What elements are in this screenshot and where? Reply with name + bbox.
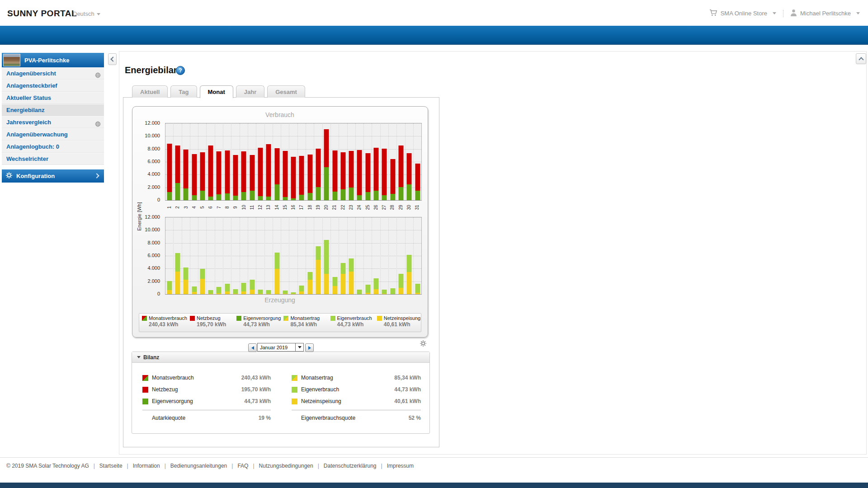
language-selector[interactable]: Deutsch [73,10,100,17]
legend-item-eigenverbrauch[interactable]: Eigenverbrauch44,73 kWh [328,315,374,332]
bar-segment-eigenverbrauch [233,289,238,294]
day-slot-2 [173,123,181,200]
x-tick-label: 10 [239,201,247,214]
stacked-bar-day-17 [299,156,304,200]
x-tick-label: 9 [231,201,239,214]
x-tick-label: 22 [339,201,347,214]
footer-link-bedienungsanleitungen[interactable]: Bedienungsanleitungen [170,463,227,469]
y-tick-label: 12.000 [135,120,160,126]
x-tick-label: 1 [165,201,173,214]
sidebar-item-label: Anlagenüberwachung [6,131,68,138]
legend-item-netzeinspeisung[interactable]: Netzeinspeisung40,61 kWh [374,315,421,332]
help-icon[interactable]: ? [176,66,185,75]
bar-segment-eigenversorgung [192,195,197,200]
footer-link-faq[interactable]: FAQ [237,463,248,469]
bilanz-quote-autarkiequote: Autarkiequote19 % [142,410,271,426]
eigenversorgung-swatch [236,316,241,321]
bilanz-panel: Bilanz Monatsverbrauch240,43 kWhNetzbezu… [132,352,430,434]
legend-item-monatsertrag[interactable]: Monatsertrag85,34 kWh [281,315,327,332]
top-bar: SUNNY PORTAL Deutsch SMA Online Store Mi… [0,0,868,26]
day-slot-20 [322,123,330,200]
bar-segment-eigenverbrauch [357,290,362,294]
dropdown-arrow [295,343,303,351]
tab-tag[interactable]: Tag [170,85,197,98]
collapse-sidebar-button[interactable] [108,53,117,65]
footer-link-impressum[interactable]: Impressum [387,463,414,469]
bar-segment-netzbezug [357,150,362,196]
sidebar-item-konfiguration[interactable]: Konfiguration [2,169,104,183]
plant-header[interactable]: PVA-Perlitschke [2,53,104,67]
sidebar-item-anlagenlogbuch-0[interactable]: Anlagenlogbuch: 0 [2,141,104,153]
bar-segment-eigenversorgung [250,191,255,200]
tab-aktuell[interactable]: Aktuell [132,85,168,98]
chart-settings-gear-icon[interactable] [420,340,427,347]
x-tick-label: 30 [405,201,413,214]
month-select[interactable]: Januar 2019 [257,343,304,352]
previous-month-button[interactable] [248,343,257,352]
tab-gesamt[interactable]: Gesamt [267,85,305,98]
bilanz-header[interactable]: Bilanz [132,352,429,363]
y-tick-label: 6.000 [135,159,160,164]
legend-item-netzbezug[interactable]: Netzbezug195,70 kWh [187,315,234,332]
bilanz-row-monatsertrag: Monatsertrag85,34 kWh [292,372,421,384]
sidebar-item-label: Jahresvergleich [6,119,51,126]
day-slot-11 [248,123,256,200]
y-tick-label: 8.000 [135,146,160,151]
legend-value: 44,73 kWh [243,321,281,328]
legend-label: Netzeinspeisung [384,315,420,321]
stacked-bar-day-29 [398,274,403,294]
x-tick-label: 21 [330,201,338,214]
tab-jahr[interactable]: Jahr [236,85,264,98]
day-slot-29 [396,123,405,200]
bar-segment-eigenversorgung [349,188,354,200]
scroll-top-button[interactable] [856,53,866,64]
bar-segment-eigenversorgung [390,194,395,200]
sidebar-item-aktueller-status[interactable]: Aktueller Status [2,92,104,104]
next-month-button[interactable] [305,343,314,352]
x-tick-label: 29 [396,201,404,214]
stacked-bar-day-28 [390,159,395,200]
bar-segment-eigenverbrauch [250,280,255,290]
bar-segment-netzbezug [415,164,420,191]
stacked-bar-day-14 [274,253,279,294]
sidebar-item-jahresvergleich[interactable]: Jahresvergleich [2,116,104,128]
stacked-bar-day-19 [316,246,321,294]
bar-segment-netzeinspeisung [274,269,279,294]
footer-link-datenschutzerklaerung[interactable]: Datenschutzerklärung [324,463,377,469]
bar-segment-eigenversorgung [365,192,370,200]
bar-segment-eigenverbrauch [340,263,345,274]
bar-segment-eigenverbrauch [307,272,312,280]
legend-item-eigenversorgung[interactable]: Eigenversorgung44,73 kWh [234,315,281,332]
sidebar-item-energiebilanz[interactable]: Energiebilanz [2,104,104,116]
sidebar-item-anlagenueberwachung[interactable]: Anlagenüberwachung [2,128,104,141]
bar-segment-netzbezug [250,155,255,191]
bar-segment-netzeinspeisung [233,294,238,294]
nav-band [0,26,868,45]
stacked-bar-day-11 [250,280,255,294]
bar-segment-eigenversorgung [316,187,321,200]
day-slot-9 [231,217,239,294]
sunny-portal-logo: SUNNY PORTAL [7,9,77,19]
x-tick-label: 17 [297,201,305,214]
bar-segment-eigenverbrauch [258,290,263,294]
bar-segment-eigenversorgung [382,195,387,200]
stacked-bar-day-6 [208,145,213,200]
sidebar-item-anlagenuebersicht[interactable]: Anlagenübersicht [2,67,104,80]
user-menu[interactable]: Michael Perlitschke [800,10,851,17]
energy-axis-label: Energie [Wh] [137,178,142,255]
footer-link-information[interactable]: Information [133,463,160,469]
x-tick-label: 19 [314,201,322,214]
legend-item-monatsverbrauch[interactable]: Monatsverbrauch240,43 kWh [139,315,187,332]
store-link[interactable]: SMA Online Store [721,10,767,17]
bar-segment-eigenverbrauch [316,246,321,260]
footer-link-nutzungsbedingungen[interactable]: Nutzungsbedingungen [259,463,313,469]
sidebar: PVA-Perlitschke AnlagenübersichtAnlagens… [2,53,104,183]
sidebar-item-wechselrichter[interactable]: Wechselrichter [2,153,104,165]
tab-monat[interactable]: Monat [200,85,233,98]
footer-link-startseite[interactable]: Startseite [99,463,123,469]
x-tick-label: 20 [322,201,330,214]
bar-segment-netzbezug [340,152,345,189]
bar-segment-netzbezug [200,152,205,191]
bar-segment-netzeinspeisung [324,274,329,294]
sidebar-item-anlagensteckbrief[interactable]: Anlagensteckbrief [2,80,104,92]
